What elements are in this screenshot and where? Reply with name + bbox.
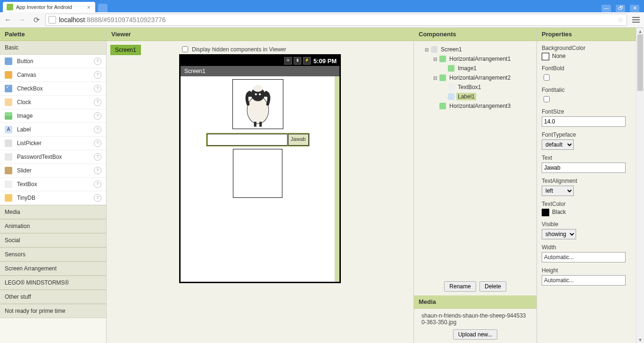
window-minimize-button[interactable]: — [602, 5, 611, 12]
palette-item-textbox[interactable]: TextBox? [0, 178, 106, 191]
tab-close-icon[interactable]: × [86, 4, 91, 11]
svg-point-2 [253, 85, 263, 92]
tree-h2[interactable]: HorizontalArrangement2 [448, 74, 512, 82]
prop-textcolor-value[interactable]: Black [542, 209, 631, 216]
help-icon[interactable]: ? [94, 85, 101, 92]
palette-item-label: ListPicker [17, 140, 41, 147]
palette-item-label: CheckBox [17, 85, 43, 92]
help-icon[interactable]: ? [94, 126, 101, 133]
tree-h3[interactable]: HorizontalArrangement3 [448, 102, 512, 110]
tab-favicon [7, 4, 13, 10]
prop-height-value[interactable]: Automatic... [542, 275, 626, 286]
palette-category-other-stuff[interactable]: Other stuff [0, 290, 106, 304]
upload-new-button[interactable]: Upload new... [453, 329, 498, 340]
palette-category-sensors[interactable]: Sensors [0, 247, 106, 261]
prop-width-value[interactable]: Automatic... [542, 252, 626, 262]
palette-item-tinydb[interactable]: TinyDB? [0, 191, 106, 205]
page-scrollbar[interactable]: ▲ ▼ [636, 28, 644, 343]
reload-button[interactable]: ⟳ [31, 15, 41, 25]
forward-button[interactable]: → [17, 15, 27, 25]
tree-toggle-icon[interactable]: ⊟ [433, 75, 438, 81]
bookmark-star-icon[interactable]: ☆ [618, 16, 624, 24]
prop-text-input[interactable] [542, 163, 626, 173]
new-tab-button[interactable] [98, 4, 107, 12]
palette-category-social[interactable]: Social [0, 233, 106, 247]
palette-item-listpicker[interactable]: ListPicker? [0, 137, 106, 150]
url-bar[interactable]: localhost :8888/#5910974510923776 ☆ [45, 14, 627, 26]
tree-screen1[interactable]: Screen1 [439, 46, 463, 53]
palette-item-checkbox[interactable]: CheckBox? [0, 82, 106, 96]
tree-h1[interactable]: HorizontalArrangement1 [448, 55, 512, 63]
palette-header: Palette [0, 28, 106, 41]
prop-fontitalic-label: FontItalic [542, 87, 631, 93]
prop-fontitalic-checkbox[interactable] [544, 96, 550, 102]
prop-backgroundcolor-value[interactable]: None [542, 53, 631, 60]
phone-statusbar: G ▮ ⚡ 5:09 PM [181, 56, 339, 66]
label-icon [448, 93, 454, 100]
tree-image1[interactable]: Image1 [456, 65, 478, 72]
url-host: localhost [59, 16, 85, 24]
help-icon[interactable]: ? [94, 139, 101, 147]
palette-item-label: Image [17, 113, 33, 119]
screen-icon [431, 46, 438, 53]
prop-fonttypeface-select[interactable]: default [542, 139, 574, 150]
help-icon[interactable]: ? [94, 167, 101, 174]
canvas-icon [5, 71, 12, 79]
help-icon[interactable]: ? [94, 180, 101, 188]
rename-button[interactable]: Rename [444, 281, 476, 292]
scroll-down-icon[interactable]: ▼ [636, 337, 644, 343]
media-header: Media [414, 295, 537, 309]
checkbox-icon [5, 85, 12, 92]
palette-item-image[interactable]: Image? [0, 109, 106, 123]
palette-item-button[interactable]: Button? [0, 55, 106, 68]
horizontal-arrangement3[interactable] [233, 149, 282, 198]
tree-toggle-icon[interactable]: ⊟ [424, 47, 429, 52]
help-icon[interactable]: ? [94, 112, 101, 120]
palette-item-clock[interactable]: Clock? [0, 96, 106, 109]
palette-item-passwordtextbox[interactable]: PasswordTextBox? [0, 150, 106, 164]
palette-item-label[interactable]: ALabel? [0, 123, 106, 137]
help-icon[interactable]: ? [94, 194, 101, 202]
image1-preview[interactable] [232, 79, 283, 129]
screen-chip[interactable]: Screen1 [110, 45, 141, 55]
tree-label1[interactable]: Label1 [456, 93, 476, 100]
prop-fontsize-label: FontSize [542, 108, 631, 115]
display-hidden-toggle[interactable]: Display hidden components in Viewer [180, 45, 286, 54]
palette-category-media[interactable]: Media [0, 205, 106, 219]
scroll-thumb[interactable] [637, 34, 643, 91]
label-icon: A [5, 126, 12, 133]
prop-textalignment-select[interactable]: left [542, 186, 574, 196]
tree-textbox1[interactable]: TextBox1 [456, 83, 482, 91]
tree-toggle-icon[interactable]: ⊟ [433, 57, 438, 62]
palette-category-animation[interactable]: Animation [0, 219, 106, 233]
window-close-button[interactable]: ✕ [630, 5, 639, 12]
palette-category-screen-arrangement[interactable]: Screen Arrangement [0, 261, 106, 276]
palette-item-canvas[interactable]: Canvas? [0, 68, 106, 82]
prop-fontbold-checkbox[interactable] [544, 74, 550, 81]
back-button[interactable]: ← [3, 15, 13, 25]
delete-button[interactable]: Delete [479, 281, 506, 292]
phone-canvas[interactable]: Jawab [181, 76, 339, 282]
palette-item-slider[interactable]: Slider? [0, 164, 106, 178]
label1-preview[interactable]: Jawab [288, 134, 309, 146]
help-icon[interactable]: ? [94, 57, 101, 65]
palette-category-not-ready-for-prime-time[interactable]: Not ready for prime time [0, 304, 106, 318]
tab-title: App Inventor for Android [16, 4, 72, 10]
help-icon[interactable]: ? [94, 71, 101, 79]
display-hidden-label: Display hidden components in Viewer [192, 46, 286, 53]
scroll-up-icon[interactable]: ▲ [636, 29, 644, 34]
prop-fontsize-input[interactable] [542, 116, 626, 127]
chrome-menu-button[interactable] [631, 15, 641, 25]
palette-category-lego-mindstorms-[interactable]: LEGO® MINDSTORMS® [0, 276, 106, 290]
textbox1-input[interactable] [207, 134, 288, 146]
prop-visible-select[interactable]: showing [542, 229, 576, 239]
browser-tab[interactable]: App Inventor for Android × [3, 2, 95, 12]
help-icon[interactable]: ? [94, 153, 101, 161]
media-file[interactable]: shaun-n-friends-shaun-the-sheep-9445330-… [421, 312, 529, 326]
horizontal-arrangement2[interactable]: Jawab [206, 133, 310, 147]
help-icon[interactable]: ? [94, 98, 101, 106]
palette-category-basic[interactable]: Basic [0, 41, 106, 55]
window-restore-button[interactable]: 🗗 [616, 5, 625, 12]
svg-point-5 [255, 93, 256, 95]
display-hidden-checkbox[interactable] [182, 46, 188, 52]
